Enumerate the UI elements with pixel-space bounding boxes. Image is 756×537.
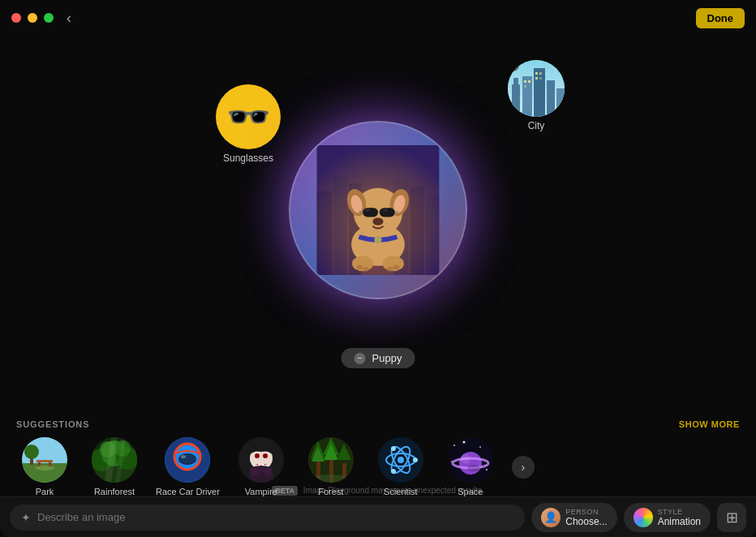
- style-text-group: STYLE Animation: [658, 508, 701, 527]
- svg-point-94: [488, 443, 489, 445]
- city-label: City: [528, 120, 545, 131]
- svg-rect-8: [528, 80, 530, 83]
- main-image-bubble: [289, 121, 467, 299]
- suggestion-item-rainforest[interactable]: Rainforest: [86, 437, 143, 496]
- space-label: Space: [457, 487, 483, 496]
- svg-point-68: [255, 453, 260, 458]
- svg-rect-2: [513, 78, 518, 86]
- svg-point-49: [24, 445, 39, 459]
- style-button[interactable]: STYLE Animation: [624, 503, 711, 532]
- vampire-scene: [238, 437, 284, 483]
- sunglasses-bubble[interactable]: − 🕶️: [216, 84, 281, 149]
- suggestion-item-scientist[interactable]: Scientist: [372, 437, 429, 496]
- svg-rect-10: [535, 72, 538, 75]
- svg-point-38: [383, 256, 404, 271]
- search-input[interactable]: [37, 511, 513, 523]
- space-scene: [448, 437, 493, 483]
- scientist-scene: [378, 437, 423, 483]
- floating-item-sunglasses[interactable]: − 🕶️ Sunglasses: [216, 84, 281, 164]
- race-car-driver-label: Race Car Driver: [156, 487, 220, 496]
- svg-point-91: [453, 445, 455, 446]
- svg-rect-11: [539, 72, 542, 75]
- svg-rect-12: [535, 77, 538, 79]
- svg-rect-13: [539, 77, 542, 79]
- person-text-group: PERSON Choose...: [565, 508, 607, 527]
- svg-rect-5: [547, 80, 555, 117]
- search-field[interactable]: ✦: [10, 505, 525, 531]
- search-icon: ✦: [21, 511, 31, 524]
- forest-scene: [308, 437, 354, 483]
- person-label-small: PERSON: [565, 508, 599, 516]
- show-more-button[interactable]: SHOW MORE: [679, 419, 740, 429]
- maximize-button[interactable]: [44, 13, 54, 23]
- svg-point-41: [387, 267, 393, 272]
- svg-point-92: [462, 441, 465, 444]
- suggestions-section: SUGGESTIONS SHOW MORE: [0, 419, 756, 496]
- person-button[interactable]: 👤 PERSON Choose...: [531, 503, 616, 532]
- suggestions-list: Park Rainforest: [16, 437, 740, 496]
- city-bubble[interactable]: −: [508, 60, 565, 117]
- suggestions-title: SUGGESTIONS: [16, 419, 89, 429]
- titlebar: ‹ Done: [0, 0, 756, 36]
- scroll-right-arrow[interactable]: ›: [512, 456, 535, 479]
- suggestion-item-park[interactable]: Park: [16, 437, 73, 496]
- svg-rect-47: [49, 462, 51, 466]
- puppy-tag[interactable]: − Puppy: [341, 348, 415, 368]
- svg-point-88: [391, 446, 396, 451]
- minimize-button[interactable]: [28, 13, 37, 23]
- svg-point-99: [461, 454, 470, 464]
- svg-rect-28: [363, 208, 378, 217]
- remove-sunglasses-button[interactable]: −: [216, 84, 227, 96]
- svg-rect-9: [524, 85, 526, 88]
- racecar-scene: [165, 437, 210, 483]
- svg-rect-3: [522, 76, 532, 117]
- svg-rect-46: [38, 462, 41, 466]
- svg-rect-1: [512, 84, 520, 117]
- style-icon: [634, 508, 653, 527]
- person-avatar: 👤: [541, 508, 561, 527]
- rainforest-scene: [92, 437, 137, 483]
- person-label-main: Choose...: [565, 516, 607, 527]
- remove-puppy-button[interactable]: −: [354, 353, 366, 364]
- gallery-button[interactable]: ⊞: [717, 503, 746, 532]
- svg-point-34: [384, 208, 389, 212]
- canvas-area: − 🕶️ Sunglasses −: [0, 36, 756, 384]
- svg-point-50: [35, 466, 54, 470]
- done-button[interactable]: Done: [696, 8, 745, 28]
- park-label: Park: [36, 487, 54, 496]
- bottom-toolbar: ✦ 👤 PERSON Choose... STYLE Animation ⊞: [0, 496, 756, 537]
- close-button[interactable]: [11, 13, 21, 23]
- scientist-label: Scientist: [384, 487, 418, 496]
- suggestion-item-forest[interactable]: Forest: [303, 437, 359, 496]
- svg-point-42: [393, 265, 400, 270]
- back-button[interactable]: ‹: [67, 10, 71, 27]
- svg-point-36: [374, 236, 381, 243]
- svg-point-33: [365, 208, 370, 212]
- traffic-lights: [11, 13, 54, 23]
- puppy-label: Puppy: [372, 352, 402, 364]
- svg-point-89: [391, 469, 396, 474]
- svg-rect-4: [534, 68, 545, 117]
- floating-item-puppy[interactable]: − Puppy: [341, 348, 415, 368]
- svg-point-69: [263, 453, 268, 458]
- suggestions-header: SUGGESTIONS SHOW MORE: [16, 419, 740, 429]
- svg-point-37: [352, 256, 373, 271]
- sunglasses-emoji: 🕶️: [226, 96, 271, 138]
- suggestion-item-space[interactable]: Space: [442, 437, 499, 496]
- svg-point-65: [181, 455, 186, 458]
- rainforest-label: Rainforest: [94, 487, 135, 496]
- svg-point-83: [397, 457, 404, 463]
- floating-item-city[interactable]: −: [508, 60, 565, 131]
- svg-point-35: [372, 217, 383, 225]
- sunglasses-label: Sunglasses: [223, 153, 273, 164]
- gallery-icon: ⊞: [726, 509, 738, 526]
- svg-point-100: [467, 465, 480, 471]
- svg-point-87: [413, 458, 418, 462]
- suggestion-item-vampire[interactable]: Vampire: [233, 437, 290, 496]
- forest-label: Forest: [318, 487, 343, 496]
- suggestion-item-race-car-driver[interactable]: Race Car Driver: [156, 437, 220, 496]
- svg-point-39: [357, 265, 363, 270]
- park-scene: [22, 437, 67, 483]
- svg-rect-79: [342, 463, 346, 483]
- style-label-main: Animation: [658, 516, 701, 527]
